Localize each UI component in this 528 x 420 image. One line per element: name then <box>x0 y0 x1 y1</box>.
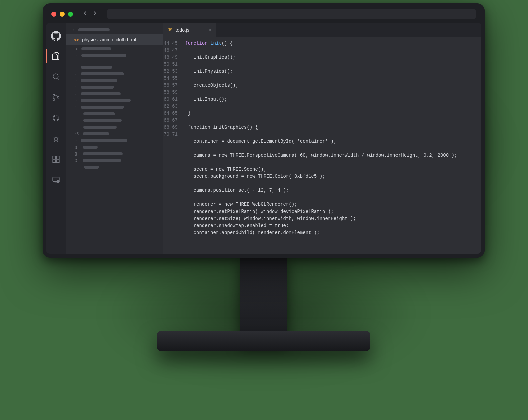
code-line: initInput(); <box>182 96 481 103</box>
sidebar-item[interactable] <box>66 110 163 117</box>
code-line: container = document.getElementById( 'co… <box>182 138 481 145</box>
sidebar-item[interactable]: › <box>66 77 163 84</box>
html-file-icon: <> <box>74 37 79 42</box>
sidebar-item[interactable]: › <box>66 104 163 110</box>
titlebar <box>46 7 481 21</box>
chevron-right-icon: › <box>75 99 77 102</box>
code-line: renderer.shadowMap.enabled = true; <box>182 222 481 229</box>
code-line: container.appendChild( renderer.domEleme… <box>182 229 481 236</box>
sidebar-placeholder <box>83 152 123 155</box>
code-line <box>182 145 481 152</box>
code-content[interactable]: function init() { initGraphics(); initPh… <box>182 40 481 236</box>
sidebar-item-glyph: {} <box>75 152 79 156</box>
chevron-right-icon: › <box>75 54 78 57</box>
code-line <box>182 89 481 96</box>
sidebar-placeholder <box>84 166 99 169</box>
chevron-right-icon: › <box>75 92 77 96</box>
svg-rect-9 <box>53 156 56 159</box>
code-line: function initGraphics() { <box>182 124 481 131</box>
sidebar-file-selected[interactable]: <> physics_ammo_cloth.html <box>66 34 163 45</box>
nav-back-icon[interactable] <box>82 10 88 18</box>
search-icon[interactable] <box>46 67 66 86</box>
svg-rect-10 <box>53 160 56 163</box>
code-line <box>182 117 481 124</box>
pull-request-icon[interactable] <box>46 109 66 127</box>
sidebar-placeholder <box>83 159 121 162</box>
code-line <box>182 180 481 187</box>
extensions-icon[interactable] <box>46 150 66 169</box>
svg-rect-12 <box>56 156 59 159</box>
workspace: › <> physics_ammo_cloth.html ›› ››››››45… <box>46 23 481 254</box>
sidebar-item[interactable]: › <box>66 137 163 144</box>
explorer-icon[interactable] <box>46 47 66 65</box>
code-line: renderer.setPixelRatio( window.devicePix… <box>182 208 481 215</box>
activity-bar <box>46 23 66 254</box>
svg-rect-11 <box>56 160 59 163</box>
window-minimize-icon[interactable] <box>60 12 65 17</box>
code-line <box>182 75 481 82</box>
sidebar-item[interactable] <box>66 64 163 70</box>
editor-tab-label: todo.js <box>176 27 189 33</box>
sidebar-placeholder <box>81 54 126 57</box>
window-zoom-icon[interactable] <box>68 12 73 17</box>
sidebar-item[interactable]: › <box>66 45 163 52</box>
code-line <box>182 103 481 110</box>
sidebar-item[interactable]: › <box>66 70 163 77</box>
nav-arrows <box>82 10 98 18</box>
remote-icon[interactable] <box>46 171 66 189</box>
svg-point-6 <box>53 119 54 121</box>
github-logo-icon[interactable] <box>46 27 66 45</box>
window-close-icon[interactable] <box>51 12 56 17</box>
sidebar-placeholder <box>81 47 111 50</box>
editor-tab-active[interactable]: JS todo.js × <box>163 23 216 37</box>
code-line: createObjects(); <box>182 82 481 89</box>
sidebar-placeholder <box>81 99 131 102</box>
code-area[interactable]: 44 45 46 47 48 49 50 51 52 53 54 55 56 5… <box>163 37 481 254</box>
debug-icon[interactable] <box>46 129 66 148</box>
svg-point-4 <box>57 96 59 98</box>
sidebar-item[interactable] <box>66 164 163 170</box>
chevron-right-icon: › <box>75 47 78 51</box>
sidebar-item[interactable] <box>66 117 163 124</box>
svg-line-1 <box>57 78 59 80</box>
code-line: camera.position.set( - 12, 7, 4 ); <box>182 187 481 194</box>
nav-forward-icon[interactable] <box>92 10 98 18</box>
code-line: camera = new THREE.PerspectiveCamera( 60… <box>182 152 481 159</box>
sidebar-item[interactable]: › <box>66 52 163 59</box>
sidebar-file-name: physics_ammo_cloth.html <box>82 37 136 42</box>
chevron-right-icon: › <box>75 79 77 82</box>
sidebar-item[interactable]: › <box>66 84 163 90</box>
sidebar-item[interactable]: {} <box>66 157 163 164</box>
editor-tabbar: JS todo.js × <box>163 23 481 37</box>
sidebar-item[interactable]: {} <box>66 144 163 150</box>
svg-point-8 <box>54 137 58 141</box>
sidebar-placeholder <box>83 146 98 149</box>
sidebar-placeholder <box>81 72 124 75</box>
tab-close-icon[interactable]: × <box>206 27 212 33</box>
sidebar-placeholder <box>81 86 114 89</box>
sidebar-placeholder <box>83 132 109 135</box>
sidebar-placeholder <box>81 139 127 142</box>
sidebar-item[interactable]: › <box>66 97 163 104</box>
code-line <box>182 194 481 201</box>
source-control-icon[interactable] <box>46 88 66 107</box>
sidebar-divider <box>66 61 163 61</box>
sidebar-item[interactable]: {} <box>66 150 163 157</box>
code-line: initGraphics(); <box>182 54 481 61</box>
sidebar-placeholder <box>78 28 110 31</box>
sidebar-item[interactable] <box>66 124 163 130</box>
code-line <box>182 47 481 54</box>
sidebar-item[interactable]: › <box>66 90 163 97</box>
sidebar-item[interactable]: 45 <box>66 130 163 137</box>
sidebar-section-header[interactable]: › <box>66 25 163 34</box>
sidebar-placeholder <box>81 66 112 69</box>
explorer-sidebar: › <> physics_ammo_cloth.html ›› ››››››45… <box>66 23 163 254</box>
url-bar[interactable] <box>107 9 476 19</box>
code-line: scene = new THREE.Scene(); <box>182 166 481 173</box>
sidebar-placeholder <box>81 92 121 95</box>
chevron-right-icon: › <box>75 139 77 142</box>
traffic-lights <box>49 12 73 17</box>
code-line: scene.background = new THREE.Color( 0xbf… <box>182 173 481 180</box>
svg-rect-13 <box>53 177 59 181</box>
chevron-right-icon: › <box>75 105 77 109</box>
